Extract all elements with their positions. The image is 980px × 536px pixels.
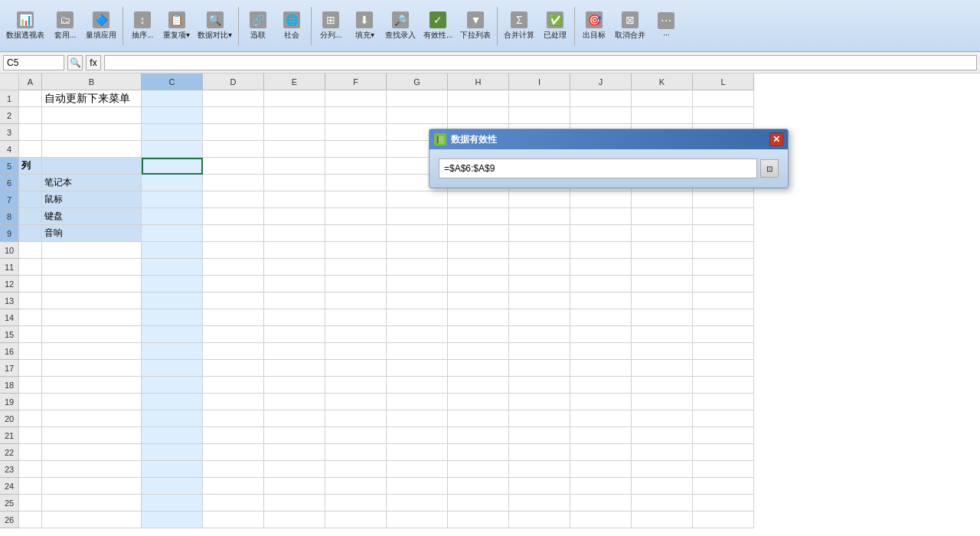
cell-e15[interactable]	[264, 326, 325, 343]
col-header-l[interactable]: L	[693, 74, 754, 90]
cell-b18[interactable]	[42, 377, 142, 394]
cell-d2[interactable]	[203, 107, 264, 124]
cell-g20[interactable]	[387, 410, 448, 427]
col-header-c[interactable]: C	[142, 74, 203, 90]
cell-j15[interactable]	[570, 326, 632, 343]
cell-c17[interactable]	[142, 360, 203, 377]
cell-f16[interactable]	[325, 343, 387, 360]
row-header-14[interactable]: 14	[0, 309, 19, 326]
cell-e7[interactable]	[264, 191, 325, 208]
cell-j7[interactable]	[570, 191, 632, 208]
toolbar-unmerge[interactable]: ⊠ 取消合并	[612, 4, 648, 48]
cell-g21[interactable]	[387, 427, 448, 444]
cell-b16[interactable]	[42, 343, 142, 360]
row-header-24[interactable]: 24	[0, 478, 19, 495]
cell-e8[interactable]	[264, 208, 325, 225]
cell-j21[interactable]	[570, 427, 632, 444]
cell-l1[interactable]	[693, 90, 754, 107]
cell-b14[interactable]	[42, 309, 142, 326]
cell-a9[interactable]	[19, 225, 42, 242]
cell-a19[interactable]	[19, 394, 42, 410]
cell-k23[interactable]	[632, 461, 693, 478]
cell-f24[interactable]	[325, 478, 387, 495]
col-header-d[interactable]: D	[203, 74, 264, 90]
cell-i20[interactable]	[509, 410, 570, 427]
row-header-11[interactable]: 11	[0, 259, 19, 276]
toolbar-social[interactable]: 🌐 社会	[276, 4, 308, 48]
cell-g12[interactable]	[387, 276, 448, 293]
cell-h8[interactable]	[448, 208, 509, 225]
cell-a14[interactable]	[19, 309, 42, 326]
cell-b1[interactable]: 自动更新下来菜单	[42, 90, 142, 107]
toolbar-pivot[interactable]: 📊 数据透视表	[3, 4, 47, 48]
cell-f22[interactable]	[325, 444, 387, 461]
cell-c21[interactable]	[142, 427, 203, 444]
row-header-1[interactable]: 1	[0, 90, 19, 107]
cell-g13[interactable]	[387, 293, 448, 309]
cell-h15[interactable]	[448, 326, 509, 343]
cell-g11[interactable]	[387, 259, 448, 276]
cell-i24[interactable]	[509, 478, 570, 495]
cell-e9[interactable]	[264, 225, 325, 242]
cell-b23[interactable]	[42, 461, 142, 478]
cell-d23[interactable]	[203, 461, 264, 478]
cell-f18[interactable]	[325, 377, 387, 394]
cell-i1[interactable]	[509, 90, 570, 107]
cell-h2[interactable]	[448, 107, 509, 124]
cell-d3[interactable]	[203, 124, 264, 141]
cell-f26[interactable]	[325, 511, 387, 528]
cell-g10[interactable]	[387, 242, 448, 259]
col-header-k[interactable]: K	[632, 74, 693, 90]
cell-j22[interactable]	[570, 444, 632, 461]
toolbar-more[interactable]: ⋯ ···	[650, 4, 682, 48]
cell-b26[interactable]	[42, 511, 142, 528]
cell-l12[interactable]	[693, 276, 754, 293]
cell-i8[interactable]	[509, 208, 570, 225]
cell-l15[interactable]	[693, 326, 754, 343]
toolbar-processed[interactable]: ✅ 已处理	[539, 4, 571, 48]
cell-l14[interactable]	[693, 309, 754, 326]
cell-g9[interactable]	[387, 225, 448, 242]
dialog-close-button[interactable]: ✕	[769, 132, 783, 146]
cell-d22[interactable]	[203, 444, 264, 461]
cell-k25[interactable]	[632, 495, 693, 511]
cell-g14[interactable]	[387, 309, 448, 326]
cell-g8[interactable]	[387, 208, 448, 225]
cell-l8[interactable]	[693, 208, 754, 225]
cell-f14[interactable]	[325, 309, 387, 326]
row-header-25[interactable]: 25	[0, 495, 19, 511]
cell-h24[interactable]	[448, 478, 509, 495]
cell-e21[interactable]	[264, 427, 325, 444]
cell-d25[interactable]	[203, 495, 264, 511]
cell-e12[interactable]	[264, 276, 325, 293]
cell-a23[interactable]	[19, 461, 42, 478]
formula-fx-btn[interactable]: fx	[86, 55, 101, 70]
cell-i2[interactable]	[509, 107, 570, 124]
dialog-titlebar[interactable]: 📗 数据有效性 ✕	[430, 129, 788, 149]
cell-d1[interactable]	[203, 90, 264, 107]
cell-e25[interactable]	[264, 495, 325, 511]
cell-i11[interactable]	[509, 259, 570, 276]
row-header-26[interactable]: 26	[0, 511, 19, 528]
cell-c10[interactable]	[142, 242, 203, 259]
cell-a6[interactable]	[19, 175, 42, 191]
cell-c26[interactable]	[142, 511, 203, 528]
cell-l7[interactable]	[693, 191, 754, 208]
cell-l16[interactable]	[693, 343, 754, 360]
cell-f15[interactable]	[325, 326, 387, 343]
cell-c18[interactable]	[142, 377, 203, 394]
cell-g15[interactable]	[387, 326, 448, 343]
cell-c25[interactable]	[142, 495, 203, 511]
cell-i7[interactable]	[509, 191, 570, 208]
cell-d14[interactable]	[203, 309, 264, 326]
cell-j12[interactable]	[570, 276, 632, 293]
cell-f2[interactable]	[325, 107, 387, 124]
cell-i10[interactable]	[509, 242, 570, 259]
cell-e13[interactable]	[264, 293, 325, 309]
cell-a24[interactable]	[19, 478, 42, 495]
row-header-8[interactable]: 8	[0, 208, 19, 225]
cell-i18[interactable]	[509, 377, 570, 394]
cell-d5[interactable]	[203, 158, 264, 175]
cell-e3[interactable]	[264, 124, 325, 141]
cell-i13[interactable]	[509, 293, 570, 309]
